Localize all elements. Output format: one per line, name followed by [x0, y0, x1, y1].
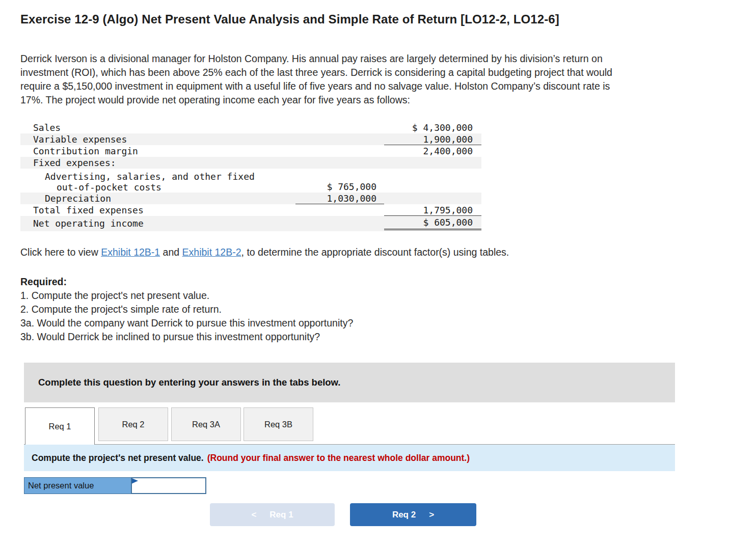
- problem-statement-line: investment (ROI), which has been above 2…: [20, 66, 756, 79]
- table-row: Net operating income $ 605,000: [20, 216, 481, 231]
- tab-req-1[interactable]: Req 1: [25, 407, 95, 445]
- row-label: Contribution margin: [20, 146, 295, 156]
- row-label: Total fixed expenses: [20, 205, 295, 215]
- question-instruction-bar: Compute the project's net present value.…: [24, 445, 675, 471]
- page-title: Exercise 12-9 (Algo) Net Present Value A…: [20, 12, 756, 26]
- exhibit-12b2-link[interactable]: Exhibit 12B-2: [182, 247, 241, 258]
- exercise-page: Exercise 12-9 (Algo) Net Present Value A…: [0, 0, 756, 526]
- right-amount: 2,400,000: [384, 145, 481, 157]
- right-amount: [384, 193, 481, 204]
- exhibit-text: Click here to view: [20, 247, 101, 258]
- income-statement-table: Sales $ 4,300,000 Variable expenses 1,90…: [20, 122, 481, 231]
- exhibit-text: , to determine the appropriate discount …: [241, 247, 509, 258]
- row-label: Variable expenses: [20, 134, 295, 145]
- mid-amount: [295, 204, 384, 216]
- answer-panel: Complete this question by entering your …: [24, 363, 675, 526]
- row-label: Advertising, salaries, and other fixed o…: [20, 171, 295, 193]
- right-amount: $ 605,000: [384, 216, 481, 230]
- table-row: Variable expenses 1,900,000: [20, 133, 481, 145]
- row-label: Fixed expenses:: [20, 157, 295, 168]
- tab-label: Req 3A: [192, 420, 220, 429]
- question-text: Compute the project's net present value.: [32, 453, 204, 463]
- table-row: Total fixed expenses 1,795,000: [20, 204, 481, 216]
- navigation-buttons: < Req 1 Req 2 >: [24, 503, 675, 526]
- next-button-label: Req 2: [392, 510, 416, 520]
- right-amount: [384, 169, 481, 193]
- chevron-right-icon: >: [429, 510, 434, 520]
- right-amount: 1,900,000: [384, 133, 481, 145]
- right-amount: $ 4,300,000: [384, 122, 481, 133]
- problem-statement-line: Derrick Iverson is a divisional manager …: [20, 52, 756, 66]
- row-label-line1: Advertising, salaries, and other fixed: [45, 171, 295, 182]
- row-label: Depreciation: [20, 193, 295, 204]
- required-item-3a: 3a. Would the company want Derrick to pu…: [20, 316, 756, 330]
- row-label: Sales: [20, 122, 295, 133]
- mid-amount: [295, 145, 384, 157]
- exhibit-links-line: Click here to view Exhibit 12B-1 and Exh…: [20, 247, 756, 258]
- table-row: Advertising, salaries, and other fixed o…: [20, 169, 481, 193]
- answer-input-cell: [131, 477, 206, 494]
- rounding-note: (Round your final answer to the nearest …: [207, 453, 470, 463]
- table-row: Depreciation 1,030,000: [20, 193, 481, 204]
- answer-input-row: Net present value: [24, 477, 675, 494]
- chevron-left-icon: <: [251, 510, 256, 520]
- prev-button-label: Req 1: [269, 510, 293, 520]
- required-item-2: 2. Compute the project's simple rate of …: [20, 303, 756, 316]
- right-amount: 1,795,000: [384, 204, 481, 216]
- required-item-3b: 3b. Would Derrick be inclined to pursue …: [20, 330, 756, 344]
- tab-req-3a[interactable]: Req 3A: [171, 407, 241, 441]
- mid-amount: [295, 157, 384, 169]
- right-amount: [384, 157, 481, 169]
- mid-amount: [295, 133, 384, 145]
- tab-label: Req 1: [48, 422, 71, 431]
- mid-amount: 1,030,000: [295, 193, 384, 204]
- required-heading: Required:: [20, 275, 756, 289]
- row-label-line2: out-of-pocket costs: [45, 182, 295, 193]
- complete-note-box: Complete this question by entering your …: [24, 363, 675, 402]
- answer-label-cell: Net present value: [24, 477, 131, 494]
- requirement-tabs: Req 1 Req 2 Req 3A Req 3B: [24, 407, 675, 445]
- complete-note-text: Complete this question by entering your …: [38, 377, 340, 388]
- required-item-1: 1. Compute the project's net present val…: [20, 289, 756, 303]
- tab-req-2[interactable]: Req 2: [98, 407, 168, 441]
- tab-req-3b[interactable]: Req 3B: [244, 407, 313, 441]
- row-label: Net operating income: [20, 218, 295, 229]
- answer-label-text: Net present value: [28, 481, 94, 490]
- mid-amount: [295, 122, 384, 133]
- tab-label: Req 2: [122, 420, 144, 429]
- problem-statement-line: require a $5,150,000 investment in equip…: [20, 79, 756, 93]
- next-req-button[interactable]: Req 2 >: [350, 503, 476, 526]
- mid-amount: $ 765,000: [295, 169, 384, 193]
- table-row: Sales $ 4,300,000: [20, 122, 481, 133]
- prev-req-button[interactable]: < Req 1: [210, 503, 335, 526]
- table-row: Contribution margin 2,400,000: [20, 145, 481, 157]
- tab-label: Req 3B: [264, 420, 292, 429]
- problem-statement: Derrick Iverson is a divisional manager …: [20, 52, 756, 107]
- mid-amount: [295, 216, 384, 230]
- problem-statement-line: 17%. The project would provide net opera…: [20, 93, 756, 107]
- exhibit-text: and: [160, 247, 182, 258]
- exhibit-12b1-link[interactable]: Exhibit 12B-1: [101, 247, 160, 258]
- net-present-value-input[interactable]: [132, 478, 205, 493]
- required-section: Required: 1. Compute the project's net p…: [20, 275, 756, 344]
- table-row: Fixed expenses:: [20, 157, 481, 169]
